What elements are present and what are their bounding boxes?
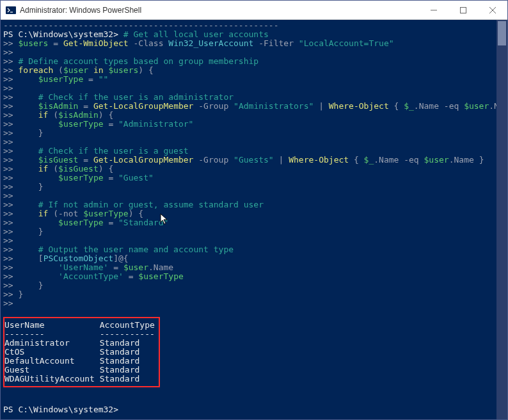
powershell-icon: [6, 5, 16, 15]
table-row: CtOS: [4, 347, 24, 357]
table-header-type: AccountType: [100, 320, 155, 330]
terminal-area[interactable]: ----------------------------------------…: [1, 20, 507, 419]
window-title: Administrator: Windows PowerShell: [20, 6, 419, 15]
table-header-user: UserName: [4, 320, 45, 330]
table-row: Guest: [4, 365, 29, 375]
prompt: PS C:\Windows\system32>: [3, 405, 118, 414]
terminal-content: ----------------------------------------…: [1, 20, 507, 416]
powershell-window: Administrator: Windows PowerShell ------…: [0, 0, 508, 420]
prompt: PS C:\Windows\system32>: [3, 29, 118, 39]
maximize-button[interactable]: [448, 1, 478, 19]
output-highlight-box: UserName AccountType -------- ----------…: [3, 317, 160, 387]
scrollbar[interactable]: [496, 20, 507, 419]
table-row: WDAGUtilityAccount: [4, 374, 95, 384]
window-buttons: [419, 1, 507, 19]
table-row: Administrator: [4, 338, 70, 348]
minimize-button[interactable]: [419, 1, 448, 19]
svg-rect-3: [461, 7, 466, 13]
table-row: DefaultAccount: [4, 356, 75, 366]
scrollbar-thumb[interactable]: [498, 21, 506, 45]
svg-rect-0: [6, 6, 16, 14]
titlebar[interactable]: Administrator: Windows PowerShell: [1, 1, 507, 20]
close-button[interactable]: [478, 1, 507, 19]
